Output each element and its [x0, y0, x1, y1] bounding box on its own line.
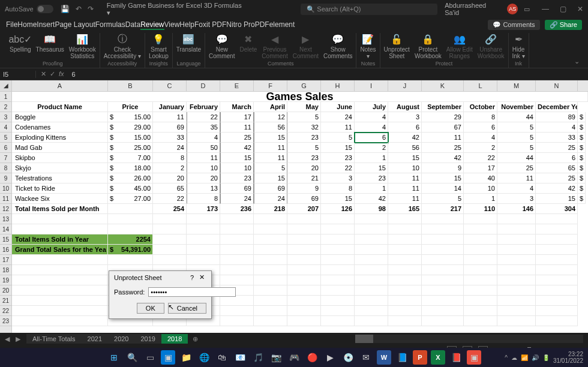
cell[interactable]	[254, 275, 287, 285]
cell[interactable]: 22	[464, 153, 497, 163]
ribbon-expand-icon[interactable]: ⌄	[572, 55, 582, 68]
search-input[interactable]: 🔍 Search (Alt+Q)	[301, 4, 437, 15]
cell[interactable]: 25	[497, 163, 536, 173]
cell[interactable]	[153, 234, 187, 245]
cell[interactable]	[108, 204, 153, 214]
cell[interactable]: 4	[536, 122, 578, 133]
col-header[interactable]: J	[388, 80, 422, 91]
cell[interactable]: Telestrations	[12, 173, 108, 184]
cell[interactable]: 3	[321, 173, 355, 184]
cell[interactable]	[108, 255, 153, 265]
name-box[interactable]: I5	[0, 71, 36, 78]
toggle-icon[interactable]	[37, 5, 53, 13]
cell[interactable]: 17	[464, 163, 497, 173]
cell[interactable]	[187, 234, 220, 245]
cell[interactable]	[355, 296, 388, 306]
cell[interactable]: 22	[153, 194, 187, 204]
cell[interactable]: 11	[153, 112, 187, 122]
cell[interactable]	[355, 234, 388, 245]
cell[interactable]: 1	[355, 184, 388, 194]
cell[interactable]: 44	[497, 112, 536, 122]
cell[interactable]: 44	[497, 153, 536, 163]
row-header[interactable]: 17	[0, 255, 11, 265]
tab-nitro-pro[interactable]: Nitro Pro	[226, 20, 254, 29]
cell[interactable]	[497, 234, 536, 245]
cell[interactable]	[422, 316, 464, 326]
cell[interactable]: 25	[422, 143, 464, 153]
cell[interactable]: Ticket to Ride	[12, 184, 108, 194]
cell[interactable]	[497, 316, 536, 326]
cell[interactable]: 1	[355, 153, 388, 163]
cell[interactable]: 254	[153, 204, 187, 214]
col-header[interactable]: K	[422, 80, 464, 91]
comments-button[interactable]: 💬 Comments	[488, 20, 539, 30]
cell[interactable]	[422, 214, 464, 224]
cell[interactable]	[355, 316, 388, 326]
start-icon[interactable]: ⊞	[107, 350, 121, 365]
cell[interactable]: 69	[254, 184, 287, 194]
cell[interactable]	[464, 275, 497, 285]
col-header[interactable]: G	[287, 80, 321, 91]
cell[interactable]	[536, 265, 578, 275]
cell[interactable]	[187, 224, 220, 234]
cell[interactable]	[254, 245, 287, 255]
cell[interactable]	[388, 296, 422, 306]
user-name[interactable]: Abdurrasheed Sa'id	[445, 2, 501, 16]
cell[interactable]: 4	[464, 133, 497, 143]
cell[interactable]	[254, 255, 287, 265]
row-header[interactable]: 19	[0, 275, 11, 285]
cell[interactable]: 8	[187, 194, 220, 204]
cell[interactable]	[220, 275, 254, 285]
cell[interactable]	[220, 296, 254, 306]
row-header[interactable]: 20	[0, 285, 11, 296]
tray-wifi-icon[interactable]: 📶	[521, 354, 528, 361]
cell[interactable]: 12	[254, 112, 287, 122]
taskview-icon[interactable]: ▭	[143, 350, 157, 365]
cell[interactable]	[497, 296, 536, 306]
cell[interactable]: Total Items Sold in Year	[12, 234, 108, 245]
cell[interactable]: 9	[287, 184, 321, 194]
cell[interactable]	[287, 275, 321, 285]
cell[interactable]	[464, 265, 497, 275]
tray-battery-icon[interactable]: 🔋	[542, 354, 550, 361]
cell[interactable]: 20	[153, 173, 187, 184]
fx-icon[interactable]: fx	[59, 70, 64, 78]
cell[interactable]	[355, 285, 388, 296]
cell[interactable]: 2	[355, 143, 388, 153]
cell[interactable]: 11	[388, 184, 422, 194]
cell[interactable]: $	[578, 143, 586, 153]
cell[interactable]: 15	[321, 143, 355, 153]
cell[interactable]: 11	[254, 143, 287, 153]
cell[interactable]	[464, 245, 497, 255]
cell[interactable]: 4	[355, 112, 388, 122]
cell[interactable]: 24	[254, 194, 287, 204]
cell[interactable]	[287, 265, 321, 275]
cell[interactable]: $	[578, 122, 586, 133]
ribbon-mode-icon[interactable]: ▭	[524, 5, 530, 13]
cell[interactable]	[254, 285, 287, 296]
cell[interactable]: 42	[220, 143, 254, 153]
app-icon[interactable]: 🎮	[287, 350, 301, 365]
cell[interactable]	[355, 255, 388, 265]
row-header[interactable]: 16	[0, 245, 11, 255]
cell[interactable]	[497, 214, 536, 224]
app-icon[interactable]: ▣	[467, 350, 481, 365]
tray-clock[interactable]: 23:22 31/01/2022	[553, 351, 583, 364]
sheet-tab-all-time-totals[interactable]: All-Time Totals	[26, 334, 82, 344]
cell[interactable]	[497, 285, 536, 296]
cell[interactable]: 23	[220, 173, 254, 184]
redo-icon[interactable]: ↷	[88, 5, 94, 13]
cell[interactable]: 5	[287, 143, 321, 153]
close-icon[interactable]: ✕	[577, 5, 583, 13]
cell[interactable]: 4	[497, 184, 536, 194]
col-header[interactable]: C	[153, 80, 187, 91]
cell[interactable]: 69	[153, 122, 187, 133]
cell[interactable]	[220, 234, 254, 245]
cell[interactable]	[355, 245, 388, 255]
cell[interactable]	[254, 224, 287, 234]
cell[interactable]	[108, 214, 153, 224]
column-label[interactable]: Product Name	[12, 102, 108, 112]
cell[interactable]	[497, 245, 536, 255]
cell[interactable]: 65	[536, 163, 578, 173]
cell[interactable]: 15	[536, 194, 578, 204]
